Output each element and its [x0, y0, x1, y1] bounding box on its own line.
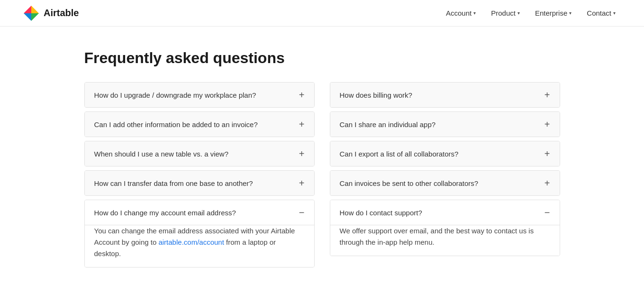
- faq-item-left-1: How do I upgrade / downgrade my workplac…: [84, 82, 315, 108]
- logo-text: Airtable: [44, 8, 79, 18]
- faq-icon-left-5: −: [299, 208, 305, 217]
- faq-icon-right-4: +: [544, 178, 550, 188]
- page-title: Frequently asked questions: [84, 49, 560, 67]
- nav-enterprise-label: Enterprise: [535, 9, 567, 17]
- faq-question-right-2: Can I share an individual app?: [340, 120, 544, 129]
- faq-item-left-4: How can I transfer data from one base to…: [84, 170, 315, 196]
- faq-item-right-4: Can invoices be sent to other collaborat…: [330, 170, 560, 196]
- faq-toggle-right-3[interactable]: Can I export a list of all collaborators…: [330, 141, 560, 166]
- faq-question-left-5: How do I change my account email address…: [94, 209, 299, 217]
- faq-toggle-right-5[interactable]: How do I contact support? −: [330, 200, 560, 225]
- faq-icon-left-2: +: [299, 120, 305, 129]
- faq-item-right-3: Can I export a list of all collaborators…: [330, 141, 560, 166]
- faq-item-right-2: Can I share an individual app? +: [330, 111, 560, 137]
- faq-question-left-3: When should I use a new table vs. a view…: [94, 150, 299, 158]
- faq-icon-left-4: +: [299, 178, 305, 188]
- faq-item-left-5: How do I change my account email address…: [84, 200, 315, 267]
- faq-item-right-5: How do I contact support? − We offer sup…: [330, 200, 560, 256]
- faq-icon-left-1: +: [299, 90, 305, 100]
- nav-product[interactable]: Product ▾: [485, 5, 526, 21]
- faq-question-right-4: Can invoices be sent to other collaborat…: [340, 179, 544, 187]
- faq-grid: How do I upgrade / downgrade my workplac…: [84, 82, 560, 271]
- faq-toggle-left-4[interactable]: How can I transfer data from one base to…: [85, 171, 314, 195]
- svg-marker-1: [31, 6, 39, 13]
- faq-toggle-left-2[interactable]: Can I add other information be added to …: [85, 112, 314, 137]
- faq-answer-right-5: We offer support over email, and the bes…: [330, 225, 560, 256]
- faq-item-left-3: When should I use a new table vs. a view…: [84, 141, 315, 166]
- nav-enterprise[interactable]: Enterprise ▾: [529, 5, 577, 21]
- faq-icon-left-3: +: [299, 149, 305, 158]
- faq-toggle-left-5[interactable]: How do I change my account email address…: [85, 200, 314, 225]
- faq-question-right-5: How do I contact support?: [340, 209, 544, 217]
- faq-toggle-left-1[interactable]: How do I upgrade / downgrade my workplac…: [85, 83, 314, 107]
- svg-marker-2: [24, 13, 31, 21]
- site-header: Airtable Account ▾ Product ▾ Enterprise …: [0, 0, 644, 27]
- faq-item-left-2: Can I add other information be added to …: [84, 111, 315, 137]
- faq-question-left-2: Can I add other information be added to …: [94, 120, 299, 129]
- faq-toggle-right-1[interactable]: How does billing work? +: [330, 83, 560, 107]
- faq-right-column: How does billing work? + Can I share an …: [330, 82, 560, 271]
- nav-product-label: Product: [491, 9, 516, 17]
- faq-answer-link-left-5[interactable]: airtable.com/account: [158, 238, 224, 246]
- faq-answer-left-5: You can change the email address associa…: [85, 225, 314, 267]
- faq-icon-right-3: +: [544, 149, 550, 158]
- airtable-logo-icon: [23, 5, 40, 22]
- faq-question-left-4: How can I transfer data from one base to…: [94, 179, 299, 187]
- svg-marker-3: [31, 13, 39, 21]
- nav-enterprise-chevron: ▾: [569, 10, 571, 16]
- nav-product-chevron: ▾: [517, 10, 520, 16]
- nav-account-chevron: ▾: [473, 10, 476, 16]
- main-content: Frequently asked questions How do I upgr…: [62, 27, 583, 290]
- faq-toggle-left-3[interactable]: When should I use a new table vs. a view…: [85, 141, 314, 166]
- faq-question-left-1: How do I upgrade / downgrade my workplac…: [94, 91, 299, 99]
- main-nav: Account ▾ Product ▾ Enterprise ▾ Contact…: [440, 5, 621, 21]
- faq-icon-right-1: +: [544, 90, 550, 100]
- faq-toggle-right-2[interactable]: Can I share an individual app? +: [330, 112, 560, 137]
- svg-marker-0: [24, 6, 31, 13]
- nav-contact-chevron: ▾: [613, 10, 616, 16]
- faq-question-right-1: How does billing work?: [340, 91, 544, 99]
- nav-contact-label: Contact: [587, 9, 611, 17]
- faq-toggle-right-4[interactable]: Can invoices be sent to other collaborat…: [330, 171, 560, 195]
- faq-answer-text-right-5: We offer support over email, and the bes…: [340, 227, 534, 246]
- faq-question-right-3: Can I export a list of all collaborators…: [340, 150, 544, 158]
- faq-item-right-1: How does billing work? +: [330, 82, 560, 108]
- nav-account[interactable]: Account ▾: [440, 5, 481, 21]
- faq-left-column: How do I upgrade / downgrade my workplac…: [84, 82, 315, 271]
- faq-icon-right-5: −: [544, 208, 550, 217]
- nav-contact[interactable]: Contact ▾: [581, 5, 621, 21]
- nav-account-label: Account: [446, 9, 472, 17]
- faq-icon-right-2: +: [544, 120, 550, 129]
- logo[interactable]: Airtable: [23, 5, 79, 22]
